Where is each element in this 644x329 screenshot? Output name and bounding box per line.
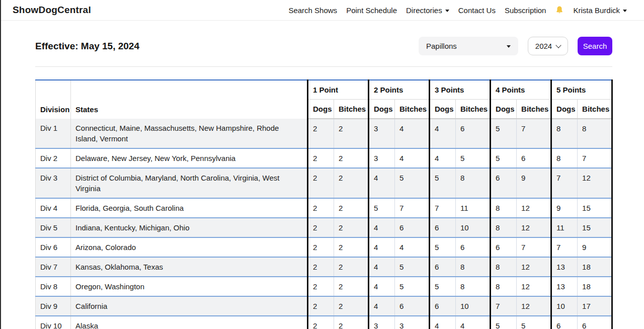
bitches-cell: 12 bbox=[517, 277, 551, 296]
states-cell: Oregon, Washington bbox=[71, 277, 308, 296]
table-row: Div 6Arizona, Colorado2244566779 bbox=[36, 237, 612, 257]
bitches-cell: 8 bbox=[578, 119, 612, 148]
nav-item-point-schedule[interactable]: Point Schedule bbox=[342, 6, 401, 15]
bitches-cell: 2 bbox=[334, 198, 369, 218]
bitches-cell: 2 bbox=[334, 148, 369, 168]
bitches-cell: 5 bbox=[456, 148, 491, 168]
dogs-cell: 7 bbox=[430, 198, 456, 218]
bitches-cell: 18 bbox=[578, 277, 612, 296]
dogs-cell: 4 bbox=[369, 277, 395, 296]
bitches-cell: 15 bbox=[578, 218, 612, 237]
dogs-cell: 4 bbox=[369, 218, 395, 237]
nav-item-subscription[interactable]: Subscription bbox=[500, 6, 551, 15]
breed-select[interactable]: Papillons bbox=[419, 37, 518, 55]
dogs-cell: 7 bbox=[551, 168, 578, 198]
bitches-cell: 9 bbox=[578, 237, 612, 257]
user-menu[interactable]: Krista Burdick bbox=[569, 6, 631, 15]
states-cell: California bbox=[71, 296, 308, 316]
dogs-cell: 5 bbox=[430, 277, 456, 296]
nav-item-label: Point Schedule bbox=[346, 6, 397, 15]
dogs-cell: 8 bbox=[491, 198, 517, 218]
table-body: Div 1Connecticut, Maine, Massachusetts, … bbox=[36, 119, 612, 329]
point-group-header: 4 Points bbox=[491, 80, 551, 100]
division-cell: Div 8 bbox=[36, 277, 71, 296]
states-cell: Indiana, Kentucky, Michigan, Ohio bbox=[71, 218, 308, 237]
bitches-cell: 2 bbox=[334, 316, 369, 329]
dogs-cell: 7 bbox=[491, 296, 517, 316]
year-select[interactable]: 2024 bbox=[528, 37, 568, 55]
bitches-cell: 3 bbox=[395, 316, 430, 329]
search-button[interactable]: Search bbox=[578, 37, 612, 55]
nav-item-label: Directories bbox=[406, 6, 442, 15]
nav-item-label: Contact Us bbox=[458, 6, 496, 15]
bitches-cell: 7 bbox=[395, 198, 430, 218]
dogs-cell: 11 bbox=[551, 218, 578, 237]
dogs-header: Dogs bbox=[369, 100, 395, 119]
dogs-header: Dogs bbox=[308, 100, 334, 119]
dogs-cell: 5 bbox=[369, 198, 395, 218]
bitches-cell: 4 bbox=[395, 237, 430, 257]
bitches-header: Bitches bbox=[456, 100, 491, 119]
bitches-cell: 10 bbox=[456, 296, 491, 316]
bitches-cell: 4 bbox=[456, 316, 491, 329]
bitches-cell: 2 bbox=[334, 237, 369, 257]
breed-select-value: Papillons bbox=[426, 42, 457, 50]
bitches-cell: 17 bbox=[578, 296, 612, 316]
bitches-cell: 5 bbox=[395, 257, 430, 277]
nav-item-search-shows[interactable]: Search Shows bbox=[284, 6, 342, 15]
division-cell: Div 2 bbox=[36, 148, 71, 168]
bitches-cell: 4 bbox=[395, 119, 430, 148]
point-group-header: 5 Points bbox=[551, 80, 612, 100]
division-header: Division bbox=[36, 80, 71, 119]
nav-item-contact-us[interactable]: Contact Us bbox=[454, 6, 500, 15]
bitches-cell: 11 bbox=[456, 198, 491, 218]
division-cell: Div 10 bbox=[36, 316, 71, 329]
states-cell: Delaware, New Jersey, New York, Pennsylv… bbox=[71, 148, 308, 168]
dogs-cell: 5 bbox=[491, 119, 517, 148]
bitches-cell: 2 bbox=[334, 257, 369, 277]
user-name: Krista Burdick bbox=[573, 6, 620, 15]
bitches-cell: 6 bbox=[395, 218, 430, 237]
nav-item-label: Subscription bbox=[505, 6, 546, 15]
dogs-cell: 4 bbox=[430, 119, 456, 148]
division-cell: Div 7 bbox=[36, 257, 71, 277]
division-cell: Div 3 bbox=[36, 168, 71, 198]
nav-item-directories[interactable]: Directories bbox=[401, 6, 454, 15]
dogs-cell: 5 bbox=[491, 316, 517, 329]
notification-bell-icon[interactable] bbox=[550, 6, 569, 15]
chevron-down-icon bbox=[556, 42, 561, 48]
brand-logo[interactable]: ShowDogCentral bbox=[13, 5, 91, 16]
division-cell: Div 9 bbox=[36, 296, 71, 316]
dogs-cell: 5 bbox=[430, 168, 456, 198]
bitches-cell: 5 bbox=[517, 316, 551, 329]
dogs-cell: 5 bbox=[491, 148, 517, 168]
bitches-cell: 10 bbox=[456, 218, 491, 237]
bitches-cell: 6 bbox=[517, 148, 551, 168]
table-row: Div 10Alaska2233445566 bbox=[36, 316, 612, 329]
point-group-header: 1 Point bbox=[308, 80, 369, 100]
dogs-cell: 8 bbox=[491, 218, 517, 237]
bitches-cell: 12 bbox=[517, 296, 551, 316]
table-row: Div 9California22466107121017 bbox=[36, 296, 612, 316]
dogs-cell: 2 bbox=[308, 148, 334, 168]
table-row: Div 5Indiana, Kentucky, Michigan, Ohio22… bbox=[36, 218, 612, 237]
states-cell: Arizona, Colorado bbox=[71, 237, 308, 257]
bitches-cell: 12 bbox=[517, 218, 551, 237]
dogs-cell: 2 bbox=[308, 218, 334, 237]
dogs-cell: 3 bbox=[369, 119, 395, 148]
dogs-cell: 6 bbox=[491, 168, 517, 198]
dogs-cell: 4 bbox=[369, 257, 395, 277]
dogs-cell: 4 bbox=[369, 168, 395, 198]
bitches-cell: 8 bbox=[456, 277, 491, 296]
point-group-header: 2 Points bbox=[369, 80, 430, 100]
states-cell: Connecticut, Maine, Massachusetts, New H… bbox=[71, 119, 308, 148]
bitches-cell: 2 bbox=[334, 296, 369, 316]
dogs-cell: 8 bbox=[551, 148, 578, 168]
effective-date-heading: Effective: May 15, 2024 bbox=[35, 41, 139, 52]
chevron-down-icon bbox=[623, 10, 627, 12]
states-header: States bbox=[71, 80, 308, 119]
dogs-cell: 13 bbox=[551, 257, 578, 277]
dogs-cell: 9 bbox=[551, 198, 578, 218]
division-cell: Div 5 bbox=[36, 218, 71, 237]
bitches-cell: 6 bbox=[395, 296, 430, 316]
